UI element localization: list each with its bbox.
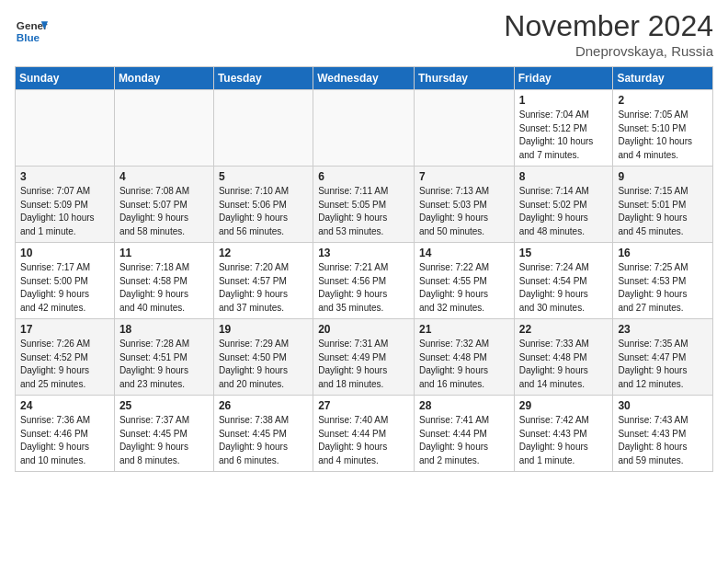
day-cell: 4Sunrise: 7:08 AM Sunset: 5:07 PM Daylig… — [114, 167, 213, 243]
day-cell: 24Sunrise: 7:36 AM Sunset: 4:46 PM Dayli… — [16, 396, 115, 472]
day-info: Sunrise: 7:43 AM Sunset: 4:43 PM Dayligh… — [618, 414, 708, 467]
day-number: 20 — [318, 323, 409, 336]
calendar-title: November 2024 — [504, 9, 713, 43]
week-row-3: 10Sunrise: 7:17 AM Sunset: 5:00 PM Dayli… — [16, 243, 713, 319]
day-cell: 23Sunrise: 7:35 AM Sunset: 4:47 PM Dayli… — [613, 319, 713, 396]
day-info: Sunrise: 7:37 AM Sunset: 4:45 PM Dayligh… — [119, 414, 209, 467]
day-info: Sunrise: 7:15 AM Sunset: 5:01 PM Dayligh… — [618, 185, 708, 238]
day-info: Sunrise: 7:31 AM Sunset: 4:49 PM Dayligh… — [318, 338, 409, 391]
day-cell: 3Sunrise: 7:07 AM Sunset: 5:09 PM Daylig… — [16, 167, 115, 243]
day-header-friday: Friday — [514, 67, 613, 90]
day-info: Sunrise: 7:29 AM Sunset: 4:50 PM Dayligh… — [219, 338, 308, 391]
day-number: 18 — [119, 323, 209, 336]
day-info: Sunrise: 7:08 AM Sunset: 5:07 PM Dayligh… — [119, 185, 209, 238]
day-cell: 22Sunrise: 7:33 AM Sunset: 4:48 PM Dayli… — [514, 319, 613, 396]
day-cell — [114, 90, 213, 167]
day-cell: 6Sunrise: 7:11 AM Sunset: 5:05 PM Daylig… — [313, 167, 415, 243]
day-number: 15 — [519, 247, 609, 259]
day-cell: 27Sunrise: 7:40 AM Sunset: 4:44 PM Dayli… — [313, 396, 415, 472]
day-cell: 19Sunrise: 7:29 AM Sunset: 4:50 PM Dayli… — [213, 319, 313, 396]
day-cell — [213, 90, 313, 167]
day-number: 7 — [419, 170, 509, 183]
day-number: 30 — [618, 399, 708, 412]
day-number: 24 — [20, 399, 109, 412]
day-cell: 20Sunrise: 7:31 AM Sunset: 4:49 PM Dayli… — [313, 319, 415, 396]
day-cell: 21Sunrise: 7:32 AM Sunset: 4:48 PM Dayli… — [414, 319, 514, 396]
calendar-table: SundayMondayTuesdayWednesdayThursdayFrid… — [15, 66, 713, 472]
day-info: Sunrise: 7:18 AM Sunset: 4:58 PM Dayligh… — [119, 261, 209, 315]
day-number: 12 — [219, 247, 308, 259]
day-info: Sunrise: 7:41 AM Sunset: 4:44 PM Dayligh… — [419, 414, 509, 467]
day-cell: 14Sunrise: 7:22 AM Sunset: 4:55 PM Dayli… — [414, 243, 514, 319]
day-number: 10 — [20, 247, 109, 259]
day-number: 27 — [318, 399, 409, 412]
title-block: November 2024 Dneprovskaya, Russia — [504, 9, 713, 59]
day-cell: 11Sunrise: 7:18 AM Sunset: 4:58 PM Dayli… — [114, 243, 213, 319]
day-number: 17 — [20, 323, 109, 336]
day-cell: 2Sunrise: 7:05 AM Sunset: 5:10 PM Daylig… — [613, 90, 713, 167]
day-cell: 13Sunrise: 7:21 AM Sunset: 4:56 PM Dayli… — [313, 243, 415, 319]
day-number: 13 — [318, 247, 409, 259]
day-info: Sunrise: 7:17 AM Sunset: 5:00 PM Dayligh… — [20, 261, 109, 315]
day-cell: 29Sunrise: 7:42 AM Sunset: 4:43 PM Dayli… — [514, 396, 613, 472]
day-info: Sunrise: 7:22 AM Sunset: 4:55 PM Dayligh… — [419, 261, 509, 315]
day-header-monday: Monday — [114, 67, 213, 90]
day-cell: 16Sunrise: 7:25 AM Sunset: 4:53 PM Dayli… — [613, 243, 713, 319]
day-cell: 7Sunrise: 7:13 AM Sunset: 5:03 PM Daylig… — [414, 167, 514, 243]
day-info: Sunrise: 7:35 AM Sunset: 4:47 PM Dayligh… — [618, 338, 708, 391]
day-cell — [414, 90, 514, 167]
day-cell: 12Sunrise: 7:20 AM Sunset: 4:57 PM Dayli… — [213, 243, 313, 319]
day-number: 26 — [219, 399, 308, 412]
day-number: 16 — [618, 247, 708, 259]
header: General Blue November 2024 Dneprovskaya,… — [15, 9, 713, 59]
day-number: 14 — [419, 247, 509, 259]
week-row-1: 1Sunrise: 7:04 AM Sunset: 5:12 PM Daylig… — [16, 90, 713, 167]
day-cell — [16, 90, 115, 167]
day-info: Sunrise: 7:14 AM Sunset: 5:02 PM Dayligh… — [519, 185, 609, 238]
day-number: 3 — [20, 170, 109, 183]
day-info: Sunrise: 7:32 AM Sunset: 4:48 PM Dayligh… — [419, 338, 509, 391]
day-cell: 28Sunrise: 7:41 AM Sunset: 4:44 PM Dayli… — [414, 396, 514, 472]
day-info: Sunrise: 7:38 AM Sunset: 4:45 PM Dayligh… — [219, 414, 308, 467]
day-number: 9 — [618, 170, 708, 183]
day-info: Sunrise: 7:07 AM Sunset: 5:09 PM Dayligh… — [20, 185, 109, 238]
day-cell: 1Sunrise: 7:04 AM Sunset: 5:12 PM Daylig… — [514, 90, 613, 167]
day-header-thursday: Thursday — [414, 67, 514, 90]
page: General Blue November 2024 Dneprovskaya,… — [0, 0, 728, 487]
day-number: 2 — [618, 94, 708, 107]
day-cell: 15Sunrise: 7:24 AM Sunset: 4:54 PM Dayli… — [514, 243, 613, 319]
day-cell: 17Sunrise: 7:26 AM Sunset: 4:52 PM Dayli… — [16, 319, 115, 396]
day-number: 19 — [219, 323, 308, 336]
day-info: Sunrise: 7:24 AM Sunset: 4:54 PM Dayligh… — [519, 261, 609, 315]
logo: General Blue — [15, 9, 48, 48]
day-cell — [313, 90, 415, 167]
logo-icon: General Blue — [15, 15, 48, 48]
week-row-2: 3Sunrise: 7:07 AM Sunset: 5:09 PM Daylig… — [16, 167, 713, 243]
svg-text:Blue: Blue — [17, 31, 40, 43]
day-header-saturday: Saturday — [613, 67, 713, 90]
day-number: 25 — [119, 399, 209, 412]
day-info: Sunrise: 7:36 AM Sunset: 4:46 PM Dayligh… — [20, 414, 109, 467]
week-row-5: 24Sunrise: 7:36 AM Sunset: 4:46 PM Dayli… — [16, 396, 713, 472]
day-number: 28 — [419, 399, 509, 412]
day-header-wednesday: Wednesday — [313, 67, 415, 90]
day-number: 22 — [519, 323, 609, 336]
day-number: 4 — [119, 170, 209, 183]
day-header-sunday: Sunday — [16, 67, 115, 90]
day-cell: 26Sunrise: 7:38 AM Sunset: 4:45 PM Dayli… — [213, 396, 313, 472]
day-info: Sunrise: 7:10 AM Sunset: 5:06 PM Dayligh… — [219, 185, 308, 238]
day-info: Sunrise: 7:40 AM Sunset: 4:44 PM Dayligh… — [318, 414, 409, 467]
day-info: Sunrise: 7:28 AM Sunset: 4:51 PM Dayligh… — [119, 338, 209, 391]
day-cell: 30Sunrise: 7:43 AM Sunset: 4:43 PM Dayli… — [613, 396, 713, 472]
day-cell: 9Sunrise: 7:15 AM Sunset: 5:01 PM Daylig… — [613, 167, 713, 243]
week-row-4: 17Sunrise: 7:26 AM Sunset: 4:52 PM Dayli… — [16, 319, 713, 396]
day-info: Sunrise: 7:04 AM Sunset: 5:12 PM Dayligh… — [519, 109, 609, 162]
day-header-tuesday: Tuesday — [213, 67, 313, 90]
day-info: Sunrise: 7:42 AM Sunset: 4:43 PM Dayligh… — [519, 414, 609, 467]
day-info: Sunrise: 7:05 AM Sunset: 5:10 PM Dayligh… — [618, 109, 708, 162]
day-cell: 25Sunrise: 7:37 AM Sunset: 4:45 PM Dayli… — [114, 396, 213, 472]
day-number: 11 — [119, 247, 209, 259]
day-number: 8 — [519, 170, 609, 183]
day-number: 5 — [219, 170, 308, 183]
day-number: 1 — [519, 94, 609, 107]
